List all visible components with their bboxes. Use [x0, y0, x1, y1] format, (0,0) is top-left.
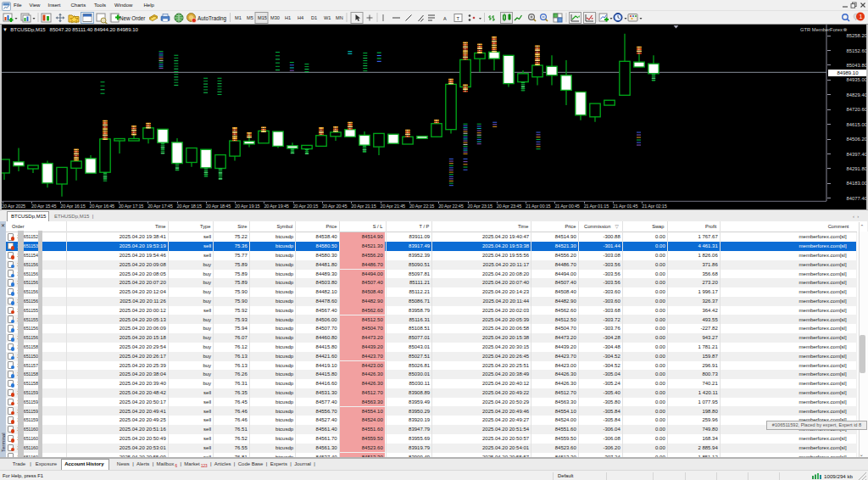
- svg-text:MN: MN: [336, 15, 343, 20]
- svg-text:H1: H1: [285, 15, 291, 20]
- svg-text:H4: H4: [298, 15, 303, 20]
- svg-text:A: A: [443, 16, 447, 21]
- svg-text:D1: D1: [311, 15, 317, 20]
- svg-text:T: T: [457, 16, 460, 21]
- svg-text:M5: M5: [247, 15, 253, 20]
- svg-text:1: 1: [860, 14, 863, 20]
- svg-text:W1: W1: [324, 15, 331, 20]
- svg-text:M1: M1: [235, 15, 242, 20]
- svg-text:New Order: New Order: [120, 15, 145, 21]
- svg-text:M15: M15: [258, 15, 267, 20]
- svg-text:M30: M30: [270, 15, 280, 20]
- svg-text:AutoTrading: AutoTrading: [198, 15, 227, 22]
